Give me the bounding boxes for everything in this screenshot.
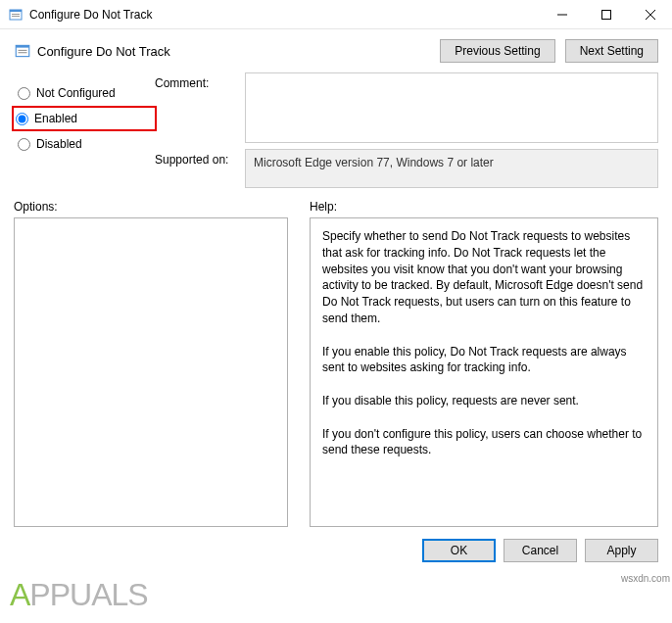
svg-rect-1 <box>10 10 22 12</box>
help-label: Help: <box>310 200 337 214</box>
options-pane <box>14 217 288 527</box>
page-title: Configure Do Not Track <box>37 44 440 59</box>
pane-labels: Options: Help: <box>0 192 672 217</box>
supported-label: Supported on: <box>155 149 241 167</box>
watermark-a: A <box>10 577 29 612</box>
source-text: wsxdn.com <box>621 573 670 584</box>
radio-not-configured-label: Not Configured <box>36 86 116 100</box>
minimize-button[interactable] <box>540 0 584 28</box>
titlebar: Configure Do Not Track <box>0 0 672 29</box>
policy-icon <box>14 42 31 60</box>
window-title: Configure Do Not Track <box>29 8 540 22</box>
apply-button[interactable]: Apply <box>585 539 658 562</box>
footer: OK Cancel Apply <box>0 527 672 574</box>
options-label: Options: <box>14 200 310 214</box>
comment-input[interactable] <box>245 72 658 143</box>
supported-on-text: Microsoft Edge version 77, Windows 7 or … <box>245 149 658 188</box>
next-setting-button[interactable]: Next Setting <box>565 39 658 63</box>
header-row: Configure Do Not Track Previous Setting … <box>0 29 672 69</box>
radio-disabled-label: Disabled <box>36 137 82 151</box>
svg-rect-9 <box>16 45 29 47</box>
radio-group: Not Configured Enabled Disabled <box>14 72 155 157</box>
svg-rect-5 <box>601 10 610 19</box>
comment-label: Comment: <box>155 72 241 90</box>
svg-rect-2 <box>12 14 20 15</box>
radio-not-configured[interactable]: Not Configured <box>14 80 155 106</box>
radio-enabled[interactable]: Enabled <box>12 106 157 131</box>
maximize-button[interactable] <box>584 0 628 28</box>
svg-rect-3 <box>12 16 20 17</box>
close-button[interactable] <box>628 0 672 28</box>
cancel-button[interactable]: Cancel <box>504 539 577 562</box>
svg-rect-11 <box>19 52 27 53</box>
radio-disabled[interactable]: Disabled <box>14 131 155 157</box>
radio-enabled-input[interactable] <box>16 113 28 125</box>
radio-not-configured-input[interactable] <box>18 87 30 100</box>
radio-disabled-input[interactable] <box>18 138 30 151</box>
radio-enabled-label: Enabled <box>34 112 77 125</box>
previous-setting-button[interactable]: Previous Setting <box>440 39 554 63</box>
watermark-rest: PPUALS <box>29 577 147 612</box>
app-icon <box>8 7 24 23</box>
window-controls <box>540 0 672 28</box>
svg-rect-10 <box>19 50 27 51</box>
panes-row: Specify whether to send Do Not Track req… <box>0 217 672 527</box>
config-row: Not Configured Enabled Disabled Comment:… <box>0 69 672 192</box>
help-pane: Specify whether to send Do Not Track req… <box>310 217 658 527</box>
ok-button[interactable]: OK <box>422 539 496 562</box>
watermark: APPUALS <box>10 577 148 613</box>
